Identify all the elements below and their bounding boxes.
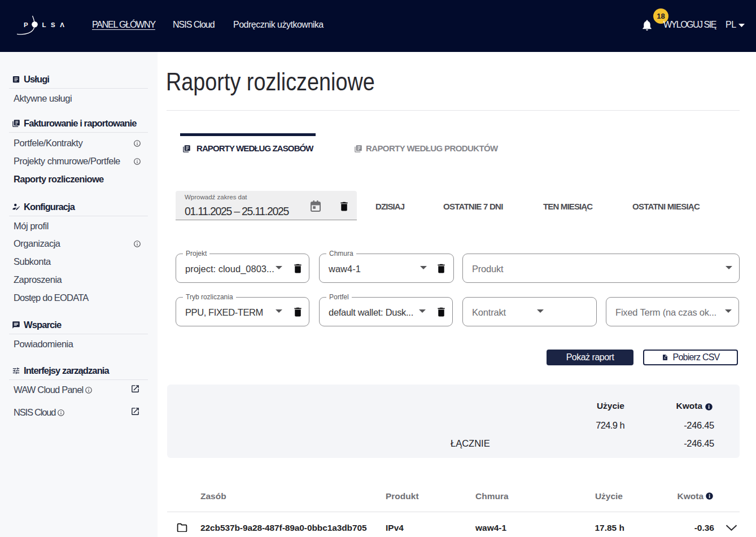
svg-text:P: P [24,21,28,28]
svg-text:LSΛ: LSΛ [42,21,69,28]
